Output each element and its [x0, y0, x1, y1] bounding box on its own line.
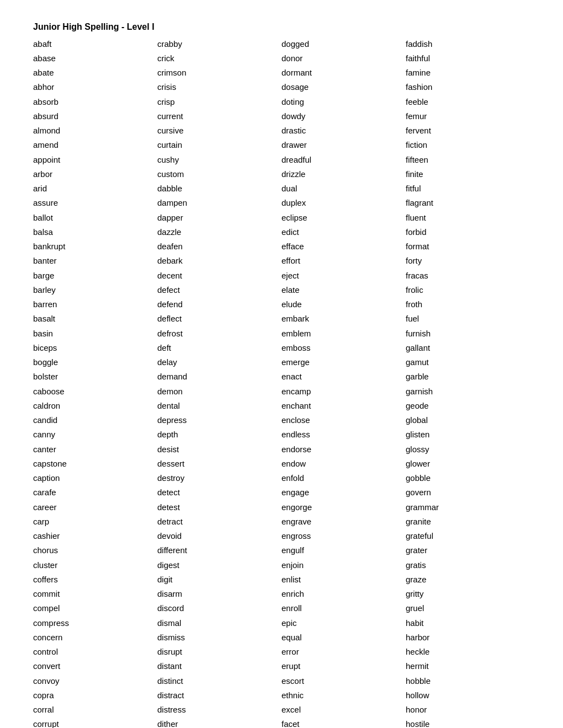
list-item: glower — [406, 456, 530, 470]
list-item: glossy — [406, 442, 530, 456]
list-item: habit — [406, 615, 530, 630]
list-item: deafen — [157, 239, 282, 254]
list-item: different — [157, 543, 282, 558]
list-item: endless — [282, 427, 406, 442]
list-item: frolic — [406, 282, 530, 297]
list-item: balsa — [33, 224, 157, 239]
list-item: graze — [406, 572, 530, 586]
list-item: gobble — [406, 471, 530, 485]
list-item: cashier — [33, 529, 157, 543]
list-item: emerge — [282, 355, 406, 370]
list-item: fifteen — [406, 152, 530, 167]
list-item: enfold — [282, 471, 406, 485]
list-item: detract — [157, 514, 282, 528]
list-item: dowdy — [282, 109, 406, 123]
list-item: canny — [33, 427, 157, 442]
list-item: efface — [282, 239, 406, 254]
list-item: basin — [33, 326, 157, 340]
list-item: error — [282, 645, 406, 659]
list-item: appoint — [33, 152, 157, 167]
list-item: boggle — [33, 355, 157, 370]
list-item: banter — [33, 254, 157, 268]
list-item: disarm — [157, 587, 282, 601]
list-item: demon — [157, 384, 282, 398]
list-item: flagrant — [406, 196, 530, 210]
list-item: dapper — [157, 210, 282, 224]
list-item: edict — [282, 224, 406, 239]
list-item: cluster — [33, 558, 157, 572]
list-item: enrich — [282, 587, 406, 601]
list-item: froth — [406, 297, 530, 312]
list-item: absorb — [33, 94, 157, 109]
list-item: basalt — [33, 312, 157, 326]
list-item: finite — [406, 167, 530, 181]
list-item: enact — [282, 370, 406, 384]
list-item: eject — [282, 268, 406, 282]
list-item: detect — [157, 485, 282, 500]
list-item: dormant — [282, 66, 406, 80]
list-item: compress — [33, 615, 157, 630]
list-item: dogged — [282, 36, 406, 51]
list-item: barley — [33, 282, 157, 297]
list-item: drizzle — [282, 167, 406, 181]
list-item: dabble — [157, 181, 282, 196]
list-item: effort — [282, 254, 406, 268]
list-item: biceps — [33, 340, 157, 355]
list-item: dessert — [157, 456, 282, 470]
list-item: abhor — [33, 80, 157, 94]
list-item: heckle — [406, 645, 530, 659]
list-item: format — [406, 239, 530, 254]
list-item: feeble — [406, 94, 530, 109]
list-item: capstone — [33, 456, 157, 470]
list-item: devoid — [157, 529, 282, 543]
list-item: demand — [157, 370, 282, 384]
list-item: dental — [157, 398, 282, 413]
list-item: faithful — [406, 51, 530, 65]
list-item: commit — [33, 587, 157, 601]
word-grid: abaftcrabbydoggedfaddishabasecrickdonorf… — [33, 36, 530, 728]
list-item: crisis — [157, 80, 282, 94]
list-item: chorus — [33, 543, 157, 558]
list-item: emblem — [282, 326, 406, 340]
list-item: drawer — [282, 138, 406, 152]
list-item: enroll — [282, 601, 406, 615]
list-item: depress — [157, 413, 282, 427]
list-item: dosage — [282, 80, 406, 94]
list-item: assure — [33, 196, 157, 210]
list-item: arid — [33, 181, 157, 196]
list-item: fashion — [406, 80, 530, 94]
list-item: forbid — [406, 224, 530, 239]
list-item: destroy — [157, 471, 282, 485]
list-item: geode — [406, 398, 530, 413]
list-item: emboss — [282, 340, 406, 355]
list-item: grammar — [406, 500, 530, 514]
list-item: control — [33, 645, 157, 659]
list-item: amend — [33, 138, 157, 152]
list-item: deflect — [157, 312, 282, 326]
list-item: fiction — [406, 138, 530, 152]
list-item: engulf — [282, 543, 406, 558]
list-item: carp — [33, 514, 157, 528]
list-item: copra — [33, 688, 157, 702]
list-item: forty — [406, 254, 530, 268]
list-item: corral — [33, 703, 157, 717]
list-item: fracas — [406, 268, 530, 282]
list-item: defend — [157, 297, 282, 312]
list-item: debark — [157, 254, 282, 268]
list-item: engrave — [282, 514, 406, 528]
list-item: crimson — [157, 66, 282, 80]
list-item: grateful — [406, 529, 530, 543]
list-item: garble — [406, 370, 530, 384]
list-item: bankrupt — [33, 239, 157, 254]
list-item: disrupt — [157, 645, 282, 659]
list-item: elate — [282, 282, 406, 297]
list-item: duplex — [282, 196, 406, 210]
list-item: eclipse — [282, 210, 406, 224]
list-item: arbor — [33, 167, 157, 181]
list-item: garnish — [406, 384, 530, 398]
list-item: drastic — [282, 124, 406, 138]
list-item: bolster — [33, 370, 157, 384]
list-item: fervent — [406, 124, 530, 138]
list-item: decent — [157, 268, 282, 282]
list-item: gritty — [406, 587, 530, 601]
